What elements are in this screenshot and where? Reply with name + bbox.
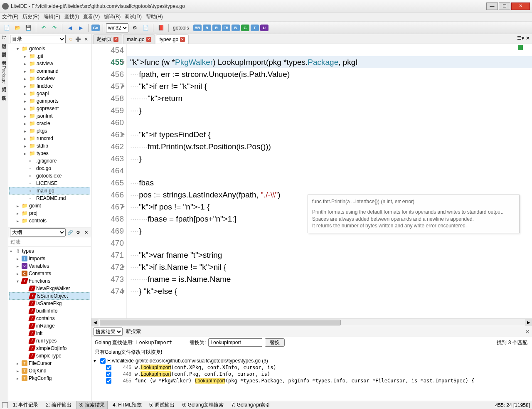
outline-item[interactable]: fNewPkgWalker: [9, 285, 90, 292]
search-row-check[interactable]: [106, 378, 111, 384]
outline-filter-input[interactable]: [8, 237, 91, 246]
back-icon[interactable]: ◀: [65, 23, 74, 32]
add-dir-icon[interactable]: ➕: [75, 36, 81, 42]
tab-close-icon[interactable]: ✕: [113, 37, 118, 42]
new-file-icon[interactable]: 📄: [2, 23, 11, 32]
status-tab[interactable]: 3: 搜索结果: [76, 401, 108, 409]
tree-item[interactable]: ▸📁stdlib: [9, 142, 90, 150]
outline-item[interactable]: ▸CConstants: [9, 270, 90, 277]
outline-item[interactable]: ▸TPkgConfig: [9, 375, 90, 382]
editor-tab[interactable]: main.go✕: [123, 34, 155, 44]
close-panel-icon[interactable]: ✕: [83, 36, 89, 42]
build-button-R[interactable]: R: [203, 25, 211, 31]
search-result-row[interactable]: 455func (w *PkgWalker) LookupImport(pkg …: [94, 377, 530, 384]
tab-close-icon[interactable]: ✕: [180, 37, 185, 42]
status-tab[interactable]: 1: 事件记录: [10, 401, 41, 409]
tree-item[interactable]: ▫main.go: [9, 187, 90, 195]
status-icon[interactable]: [2, 402, 8, 408]
tree-item[interactable]: ▸📁command: [9, 67, 90, 75]
env-gear-icon[interactable]: ⚙: [130, 23, 139, 32]
tree-item[interactable]: ▸📁golint: [9, 202, 90, 209]
outline-item[interactable]: ▾{}types: [9, 247, 90, 255]
editor-hscroll[interactable]: ◀ ▶: [91, 318, 532, 326]
search-close-icon[interactable]: ✕: [525, 328, 530, 335]
tree-item[interactable]: ▸📁.git: [9, 52, 90, 60]
tree-item[interactable]: ▸📁jsonfmt: [9, 112, 90, 120]
outline-gear-icon[interactable]: ⚙: [75, 229, 81, 236]
tree-item[interactable]: ▫LICENSE: [9, 180, 90, 187]
outline-item[interactable]: finRange: [9, 322, 90, 330]
undo-icon[interactable]: ↶: [39, 23, 48, 32]
search-tab-select[interactable]: 搜索结果: [94, 328, 123, 336]
build-button-FR[interactable]: FR: [222, 25, 230, 31]
dir-panel-select[interactable]: 目录: [10, 35, 66, 43]
search-result-row[interactable]: 446w.LookupImport(conf.XPkg, conf.XInfo,…: [94, 364, 530, 371]
search-file[interactable]: ▾ F:\vfc\liteide-git\liteidex\src\github…: [94, 357, 530, 364]
tree-item[interactable]: ▫.gitignore: [9, 157, 90, 165]
search-file-check[interactable]: [100, 358, 106, 364]
open-folder-icon[interactable]: 📂: [13, 23, 22, 32]
tree-item[interactable]: ▫gotools.exe: [9, 172, 90, 180]
tree-item[interactable]: ▸📁runcmd: [9, 135, 90, 142]
outline-item[interactable]: ▸VVariables: [9, 262, 90, 270]
save-icon[interactable]: 💾: [24, 23, 33, 32]
minimize-button[interactable]: —: [486, 2, 498, 10]
status-tab[interactable]: 5: 调试输出: [147, 401, 177, 409]
tree-item[interactable]: ▸📁controls: [9, 217, 90, 224]
outline-item[interactable]: ▸TObjKind: [9, 367, 90, 375]
build-button-G[interactable]: G: [241, 25, 249, 31]
menu-item[interactable]: 查找(I): [64, 13, 79, 20]
tab-list-icon[interactable]: ☰▾: [517, 35, 524, 41]
redo-icon[interactable]: ↷: [50, 23, 59, 32]
outline-item[interactable]: fsimpleType: [9, 352, 90, 360]
sidetab[interactable]: 2: 类视图: [1, 44, 7, 49]
scroll-left-icon[interactable]: ◀: [91, 319, 99, 326]
build-button-U[interactable]: U: [260, 25, 268, 31]
sync-icon[interactable]: ⟲: [67, 36, 74, 42]
tree-item[interactable]: ▾📁gotools: [9, 45, 90, 52]
menu-item[interactable]: 调试(D): [125, 13, 142, 20]
outline-item[interactable]: frunTypes: [9, 337, 90, 345]
menu-item[interactable]: 文件(F): [2, 13, 18, 20]
tree-item[interactable]: ▸📁oracle: [9, 120, 90, 127]
sidetab[interactable]: 3: 大纲: [1, 52, 7, 57]
outline-link-icon[interactable]: 🔗: [67, 229, 74, 236]
env-doc-icon[interactable]: 📄: [141, 23, 150, 32]
go-icon[interactable]: Go: [91, 25, 100, 31]
forward-icon[interactable]: ▶: [76, 23, 85, 32]
search-result-row[interactable]: 448w.LookupImport(conf.Pkg, conf.Info, c…: [94, 371, 530, 377]
menu-item[interactable]: 历史(R): [22, 13, 39, 20]
outline-item[interactable]: ▸IImports: [9, 255, 90, 262]
search-results[interactable]: ▾ F:\vfc\liteide-git\liteidex\src\github…: [91, 357, 532, 401]
search-row-check[interactable]: [106, 365, 111, 370]
tree-item[interactable]: ▸📁pkgs: [9, 127, 90, 135]
build-button-T[interactable]: T: [251, 25, 259, 31]
close-button[interactable]: ✕: [511, 2, 530, 10]
build-button-B[interactable]: B: [232, 25, 240, 31]
book-icon[interactable]: 📕: [156, 23, 165, 32]
tree-item[interactable]: ▸📁astview: [9, 60, 90, 67]
sidetab[interactable]: 1: 侧边: [1, 35, 7, 40]
tree-item[interactable]: ▸📁finddoc: [9, 82, 90, 90]
file-tree[interactable]: ▾📁gotools▸📁.git▸📁astview▸📁command▸📁docvi…: [8, 44, 91, 227]
outline-item[interactable]: fIsSamePkg: [9, 300, 90, 307]
outline-item[interactable]: fbuiltinInfo: [9, 307, 90, 315]
outline-item[interactable]: fsimpleObjInfo: [9, 345, 90, 352]
outline-select[interactable]: 大纲: [10, 228, 66, 237]
tab-close-icon[interactable]: ✕: [526, 35, 530, 41]
tree-item[interactable]: ▸📁proj: [9, 209, 90, 217]
replace-button[interactable]: 替换: [265, 338, 285, 347]
outline-item[interactable]: fIsSameObject: [9, 292, 90, 300]
sidetab[interactable]: 5: 文件系统: [1, 87, 7, 92]
build-button-R[interactable]: R: [212, 25, 221, 31]
editor-tab[interactable]: 起始页✕: [93, 34, 122, 44]
code-editor[interactable]: 4544554564574584594604614624634644654664…: [91, 44, 532, 318]
outline-close-icon[interactable]: ✕: [83, 229, 89, 236]
search-row-check[interactable]: [106, 372, 111, 377]
menu-item[interactable]: 查看(V): [83, 13, 100, 20]
status-tab[interactable]: 7: GolangApi索引: [229, 401, 272, 409]
tab-close-icon[interactable]: ✕: [146, 37, 151, 42]
status-tab[interactable]: 4: HTML预览: [110, 401, 144, 409]
scroll-right-icon[interactable]: ▶: [525, 319, 532, 326]
replace-input[interactable]: [208, 338, 262, 347]
